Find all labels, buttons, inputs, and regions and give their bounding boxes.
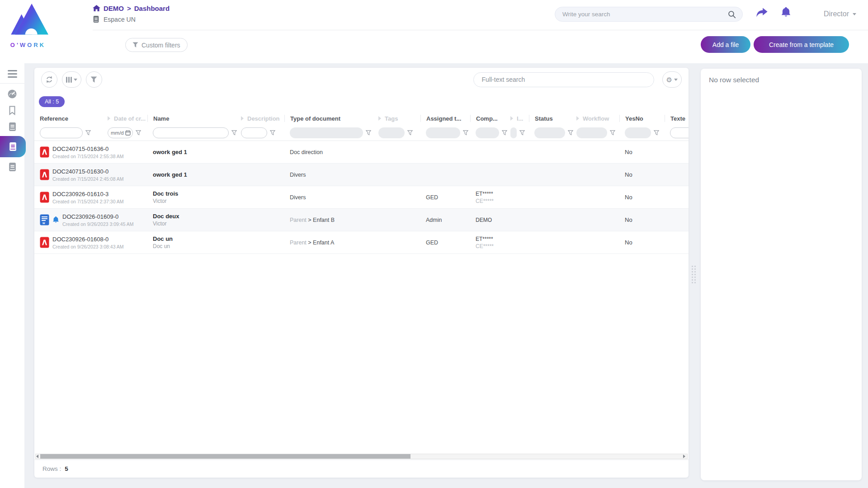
document-name-sub: Doc un: [153, 243, 232, 249]
table-row[interactable]: DOC230926-01608-0Created on 9/26/2023 3:…: [34, 231, 689, 254]
company-sub: CE*****: [476, 198, 501, 204]
column-label: Comp...: [476, 115, 498, 122]
column-header-status[interactable]: Status: [529, 115, 571, 122]
custom-filters-button[interactable]: Custom filters: [125, 38, 188, 52]
sidebar-item-dashboard[interactable]: [0, 87, 24, 101]
filter-funnel-icon[interactable]: [463, 130, 468, 136]
column-label: Name: [153, 115, 169, 122]
column-header-tags[interactable]: Tags: [373, 115, 420, 122]
pdf-file-icon: [40, 237, 49, 248]
pdf-file-icon: [40, 146, 49, 158]
filter-cell-description: [236, 127, 284, 138]
filter-disabled-yesno: [625, 127, 651, 138]
document-name: Doc trois: [153, 190, 232, 197]
filter-input-description[interactable]: [241, 127, 267, 138]
global-search-input[interactable]: [561, 10, 728, 18]
column-header-reference[interactable]: Reference: [34, 115, 102, 122]
word-file-icon: w: [40, 214, 49, 225]
filter-input-texte[interactable]: [670, 127, 689, 138]
full-text-search[interactable]: [473, 72, 654, 87]
table-body: DOC240715-01636-0Created on 7/15/2024 2:…: [34, 141, 689, 254]
column-header-name[interactable]: Name: [147, 115, 236, 122]
filter-funnel-icon[interactable]: [519, 130, 525, 136]
filter-funnel-icon[interactable]: [610, 130, 615, 136]
scroll-right-button[interactable]: [683, 455, 687, 458]
column-header-description[interactable]: Description: [236, 115, 284, 122]
columns-button[interactable]: [62, 71, 81, 88]
refresh-button[interactable]: [41, 71, 57, 88]
document-reference: DOC230926-01609-0: [62, 213, 134, 220]
document-created-date: Created on 7/15/2024 2:37:30 AM: [52, 199, 124, 204]
sidebar-item-bookmarks[interactable]: [0, 103, 24, 117]
filter-input-name[interactable]: [153, 127, 229, 138]
table-settings-button[interactable]: ⚙: [662, 71, 682, 88]
breadcrumb-current[interactable]: Dashboard: [134, 5, 170, 12]
sidebar-item-ged-active[interactable]: [0, 136, 26, 157]
filter-date-input-date-of-cr[interactable]: mm/d: [108, 127, 133, 138]
full-text-search-input[interactable]: [481, 75, 646, 84]
app-logo[interactable]: O'WORK: [6, 2, 50, 49]
scrollbar-thumb[interactable]: [40, 454, 410, 459]
filter-disabled-workflow: [576, 127, 607, 138]
calendar-icon[interactable]: [125, 130, 131, 136]
filter-funnel-icon[interactable]: [136, 130, 141, 136]
gear-icon: ⚙: [666, 76, 672, 83]
filter-funnel-icon[interactable]: [654, 130, 659, 136]
create-from-template-button[interactable]: Create from a template: [754, 36, 849, 53]
panel-resize-handle[interactable]: [692, 266, 696, 283]
reference-stack: DOC230926-01608-0Created on 9/26/2023 3:…: [52, 236, 124, 249]
document-created-date: Created on 7/15/2024 2:45:08 AM: [52, 176, 124, 182]
document-reference: DOC230926-01608-0: [52, 236, 124, 243]
sidebar-item-archives[interactable]: [0, 160, 24, 174]
breadcrumb-root[interactable]: DEMO: [104, 5, 124, 12]
sidebar-divider: [0, 83, 24, 84]
column-header-i[interactable]: I...: [505, 115, 529, 122]
filter-funnel-icon[interactable]: [85, 130, 91, 136]
document-type: Divers: [290, 172, 306, 178]
logo-text: O'WORK: [10, 42, 46, 48]
column-header-assigned-t[interactable]: Assigned t...: [420, 115, 470, 122]
document-created-date: Created on 9/26/2023 3:08:43 AM: [52, 244, 124, 249]
notifications-bell-icon[interactable]: [781, 6, 791, 20]
user-role-menu[interactable]: Director: [824, 10, 856, 18]
document-name: Doc deux: [153, 213, 232, 220]
all-count-badge[interactable]: All : 5: [39, 96, 65, 107]
filter-input-reference[interactable]: [40, 127, 83, 138]
share-icon[interactable]: [756, 8, 768, 19]
pdf-file-icon: [40, 192, 49, 203]
column-header-comp[interactable]: Comp...: [470, 115, 505, 122]
sort-arrow-icon: [241, 116, 244, 121]
filter-funnel-icon[interactable]: [407, 130, 413, 136]
table-row[interactable]: DOC230926-01610-3Created on 7/15/2024 2:…: [34, 186, 689, 209]
horizontal-scrollbar[interactable]: [35, 453, 688, 460]
filter-funnel-icon[interactable]: [366, 130, 371, 136]
column-header-date-of-cr[interactable]: Date of cr...: [102, 115, 147, 122]
search-icon[interactable]: [728, 10, 736, 19]
document-type-parent: Parent: [290, 239, 307, 246]
header-divider: [93, 30, 868, 30]
yesno-value: No: [625, 171, 632, 178]
column-header-workflow[interactable]: Workflow: [571, 115, 619, 122]
column-header-texte[interactable]: Texte: [665, 115, 689, 122]
book-icon: [8, 162, 17, 172]
filter-funnel-icon[interactable]: [270, 130, 275, 136]
column-header-type-of-document[interactable]: Type of document: [284, 115, 373, 122]
table-row[interactable]: DOC240715-01630-0Created on 7/15/2024 2:…: [34, 164, 689, 186]
column-label: YesNo: [625, 115, 643, 122]
document-type-parent: Parent: [290, 217, 307, 223]
home-icon[interactable]: [93, 5, 100, 12]
document-name: owork ged 1: [153, 149, 232, 155]
column-header-yesno[interactable]: YesNo: [619, 115, 665, 122]
table-row[interactable]: DOC240715-01636-0Created on 7/15/2024 2:…: [34, 141, 689, 164]
chevron-down-icon: [853, 13, 856, 15]
sidebar-menu-toggle[interactable]: [0, 67, 24, 80]
global-search[interactable]: [555, 7, 743, 22]
add-file-button[interactable]: Add a file: [701, 36, 750, 53]
document-name: owork ged 1: [153, 171, 232, 178]
user-role-label: Director: [824, 10, 849, 18]
sidebar-item-documents[interactable]: [0, 120, 24, 133]
column-header-row: ReferenceDate of cr...NameDescriptionTyp…: [34, 112, 689, 125]
table-row[interactable]: wDOC230926-01609-0Created on 9/26/2023 3…: [34, 209, 689, 231]
scroll-left-button[interactable]: [36, 455, 40, 458]
filter-button[interactable]: [86, 71, 102, 88]
